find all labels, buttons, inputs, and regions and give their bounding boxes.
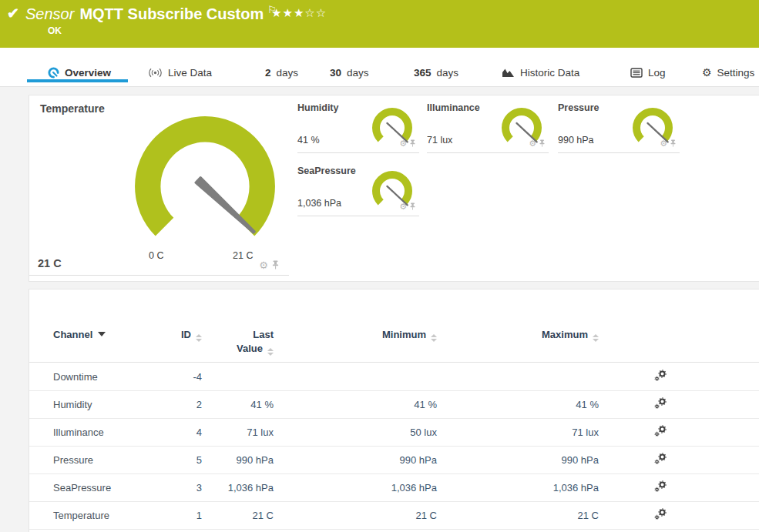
tab-log[interactable]: Log (630, 63, 666, 82)
gauge-settings-gear-icon[interactable]: ⚙ (259, 260, 268, 270)
col-header-minimum[interactable]: Minimum (274, 328, 437, 342)
col-header-last-value[interactable]: Last Value (202, 328, 274, 356)
tab-bar: Overview Live Data 2 days 30 days 365 da… (0, 48, 759, 87)
tab-historic-data[interactable]: Historic Data (502, 63, 579, 82)
tab-30-days[interactable]: 30 days (330, 63, 369, 82)
gauge-max-label: 21 C (233, 250, 253, 261)
edit-channel-gears-icon[interactable] (654, 425, 667, 437)
cell-maximum: 21 C (437, 510, 599, 521)
gauge-cell-temperature: Temperature 0 C 21 C 21 C ⚙ (29, 95, 289, 276)
log-list-icon (630, 68, 643, 78)
tab-365-days[interactable]: 365 days (414, 63, 458, 82)
tab-number: 2 (265, 67, 271, 79)
gauge-title: Temperature (40, 102, 105, 115)
col-header-channel[interactable]: Channel (29, 328, 153, 342)
sort-icon (431, 334, 437, 342)
tab-2-days[interactable]: 2 days (265, 63, 298, 82)
cell-channel: Illuminance (29, 427, 153, 438)
gauge-current-value: 21 C (38, 257, 62, 269)
cell-id: 5 (153, 454, 202, 466)
sensor-name: MQTT Subscribe Custom (79, 5, 264, 22)
gauge-settings-gear-icon[interactable]: ⚙ (529, 139, 536, 148)
page-title: SensorMQTT Subscribe Custom⚐ (25, 4, 277, 23)
table-row-temperature[interactable]: Temperature 1 21 C 21 C 21 C (29, 502, 759, 530)
pin-icon[interactable] (271, 260, 280, 270)
area-chart-icon (502, 68, 515, 78)
active-tab-indicator (27, 79, 128, 82)
priority-stars[interactable]: ★★★☆☆ (271, 6, 327, 20)
table-row-pressure[interactable]: Pressure 5 990 hPa 990 hPa 990 hPa (29, 447, 759, 474)
gauge-title: Pressure (558, 102, 599, 113)
gauge-current-value: 41 % (297, 135, 320, 146)
gauge-cell-seapressure: SeaPressure 1,036 hPa ⚙ (297, 160, 419, 216)
gear-icon: ⚙ (702, 67, 712, 78)
col-header-maximum[interactable]: Maximum (437, 328, 599, 342)
sensor-status-badge: OK (48, 25, 62, 36)
pin-icon[interactable] (539, 139, 546, 148)
tab-label: Historic Data (520, 67, 579, 79)
pin-icon[interactable] (670, 139, 677, 148)
table-row-illuminance[interactable]: Illuminance 4 71 lux 50 lux 71 lux (29, 419, 759, 447)
cell-maximum: 71 lux (437, 427, 599, 438)
gauge-min-label: 0 C (149, 250, 163, 261)
gauge-settings-gear-icon[interactable]: ⚙ (660, 139, 667, 148)
prtg-sensor-page: ✔ SensorMQTT Subscribe Custom⚐ ★★★☆☆ OK … (0, 0, 759, 532)
tab-label: Overview (65, 67, 111, 79)
cell-last-value: 21 C (202, 510, 274, 521)
cell-last-value: 71 lux (202, 427, 274, 438)
gauge-cell-pressure: Pressure 990 hPa ⚙ (558, 97, 680, 153)
sort-icon (267, 348, 274, 356)
gauge-current-value: 1,036 hPa (297, 198, 341, 209)
gauge-cell-illuminance: Illuminance 71 lux ⚙ (427, 97, 549, 153)
edit-channel-gears-icon[interactable] (654, 508, 667, 520)
cell-channel: Temperature (29, 510, 153, 521)
gauge-current-value: 71 lux (427, 135, 452, 146)
edit-channel-gears-icon[interactable] (654, 397, 667, 410)
object-kind-label: Sensor (25, 5, 74, 22)
tab-label: Live Data (168, 67, 212, 79)
tab-label: days (347, 67, 369, 79)
col-header-id[interactable]: ID (153, 328, 202, 342)
sort-desc-icon (98, 332, 106, 336)
live-broadcast-icon (148, 68, 163, 78)
gauge-icon (48, 67, 59, 79)
tab-number: 365 (414, 67, 432, 79)
cell-last-value: 1,036 hPa (202, 482, 274, 494)
gauge-title: Illuminance (427, 102, 480, 113)
cell-id: 4 (153, 427, 202, 438)
tab-settings[interactable]: ⚙ Settings (702, 63, 754, 82)
cell-minimum: 41 % (274, 399, 437, 410)
cell-minimum: 21 C (274, 510, 437, 521)
gauge-cell-humidity: Humidity 41 % ⚙ (297, 97, 419, 153)
gauge-settings-gear-icon[interactable]: ⚙ (399, 202, 407, 211)
edit-channel-gears-icon[interactable] (654, 370, 667, 382)
table-row-downtime[interactable]: Downtime -4 (29, 363, 759, 391)
cell-minimum: 50 lux (274, 427, 437, 438)
gauge-settings-gear-icon[interactable]: ⚙ (399, 139, 407, 148)
edit-channel-gears-icon[interactable] (654, 453, 667, 465)
tab-live-data[interactable]: Live Data (148, 63, 212, 82)
pin-icon[interactable] (409, 139, 416, 148)
tab-number: 30 (330, 67, 341, 79)
cell-maximum: 990 hPa (437, 454, 599, 466)
status-ok-check-icon: ✔ (7, 5, 19, 22)
cell-channel: Humidity (29, 399, 153, 410)
sort-icon (593, 334, 599, 342)
gauges-panel: Temperature 0 C 21 C 21 C ⚙ Humidity (29, 95, 759, 282)
edit-channel-gears-icon[interactable] (654, 480, 667, 493)
table-row-seapressure[interactable]: SeaPressure 3 1,036 hPa 1,036 hPa 1,036 … (29, 474, 759, 502)
temperature-gauge (131, 112, 279, 239)
gauge-current-value: 990 hPa (558, 135, 594, 146)
tab-label: days (277, 67, 299, 79)
cell-id: 1 (153, 510, 202, 521)
sort-icon (196, 334, 202, 342)
gauge-title: SeaPressure (297, 166, 356, 176)
table-row-humidity[interactable]: Humidity 2 41 % 41 % 41 % (29, 391, 759, 419)
pin-icon[interactable] (409, 202, 416, 211)
cell-minimum: 1,036 hPa (274, 482, 437, 494)
cell-channel: Pressure (29, 454, 153, 466)
channels-table-panel: Channel ID Last Value Minimum Maximum (29, 289, 759, 532)
cell-id: 2 (153, 399, 202, 410)
cell-channel: Downtime (29, 371, 153, 383)
cell-maximum: 41 % (437, 399, 599, 410)
